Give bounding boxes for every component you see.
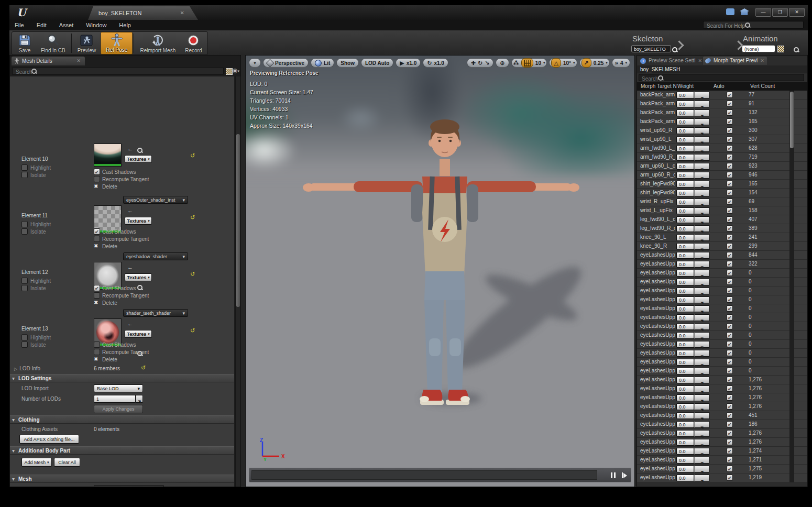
add-apex-clothing-button[interactable]: Add APEX clothing file... <box>19 435 79 444</box>
morph-target-row[interactable]: eyeLashesUpper0.00 <box>637 286 807 295</box>
scrollbar-thumb[interactable] <box>236 134 240 307</box>
scale-snap-toggle[interactable]: ↗ <box>581 58 591 68</box>
use-selected-icon[interactable] <box>127 146 133 152</box>
spinner-handle[interactable] <box>694 350 710 357</box>
turntable-speed-button[interactable]: ↻x1.0 <box>423 58 448 68</box>
morph-weight-input[interactable]: 0.0 <box>676 154 694 161</box>
morph-weight-input[interactable]: 0.0 <box>676 368 694 374</box>
spinner-handle[interactable] <box>694 199 710 205</box>
morph-target-row[interactable]: backPack_armF0.0132 <box>637 108 807 117</box>
auto-checkbox[interactable] <box>727 296 733 303</box>
textures-button[interactable]: Textures▾ <box>125 330 152 338</box>
morph-target-row[interactable]: eyeLashesUpper0.0844 <box>637 251 807 260</box>
isolate-checkbox[interactable] <box>21 341 28 348</box>
spinner-handle[interactable] <box>694 243 710 250</box>
auto-checkbox[interactable] <box>727 288 733 294</box>
morph-list-scrollbar[interactable] <box>789 91 794 482</box>
num-lods-input[interactable]: 1 <box>94 395 136 403</box>
use-selected-icon[interactable] <box>168 485 174 487</box>
morph-weight-input[interactable]: 0.0 <box>676 288 694 294</box>
reset-icon[interactable] <box>190 215 195 220</box>
tab-close-icon[interactable]: ✕ <box>698 58 703 63</box>
document-tab[interactable]: boy_SKELETON ✕ <box>88 6 198 20</box>
morph-weight-input[interactable]: 0.0 <box>676 270 694 277</box>
spinner-handle[interactable] <box>694 448 710 455</box>
auto-checkbox[interactable] <box>727 252 733 258</box>
angle-snap-value[interactable]: 10° <box>563 60 571 66</box>
spinner-handle[interactable] <box>694 341 710 348</box>
column-auto[interactable]: Auto <box>714 82 725 91</box>
auto-checkbox[interactable] <box>727 154 733 160</box>
recompute-checkbox[interactable] <box>94 292 100 299</box>
spinner-handle[interactable] <box>694 377 710 383</box>
auto-checkbox[interactable] <box>727 163 733 169</box>
morph-weight-input[interactable]: 0.0 <box>676 190 694 196</box>
morph-target-row[interactable]: knee_90_L0.0241 <box>637 233 807 242</box>
auto-checkbox[interactable] <box>727 430 733 436</box>
recompute-checkbox[interactable] <box>94 236 100 242</box>
category-additional-body-part[interactable]: Additional Body Part <box>10 446 234 455</box>
morph-target-row[interactable]: eyeLashesUpper0.0322 <box>637 260 807 269</box>
morph-target-row[interactable]: eyeLashesUpper0.00 <box>637 304 807 313</box>
rotate-tool-icon[interactable]: ↻ <box>478 60 482 66</box>
animation-grid-icon[interactable] <box>777 46 784 52</box>
material-thumbnail[interactable] <box>94 144 122 167</box>
morph-target-row[interactable]: eyeLashesUpper0.01,276 <box>637 393 807 402</box>
grid-snap-value[interactable]: 10 <box>535 60 541 66</box>
morph-weight-input[interactable]: 0.0 <box>676 243 694 250</box>
morph-weight-input[interactable]: 0.0 <box>676 475 694 481</box>
auto-checkbox[interactable] <box>727 109 733 116</box>
auto-checkbox[interactable] <box>727 403 733 410</box>
auto-checkbox[interactable] <box>727 172 733 178</box>
cast_shadows-checkbox[interactable] <box>94 285 100 291</box>
highlight-checkbox[interactable] <box>21 164 28 171</box>
morph-target-row[interactable]: eyeLashesUpper0.01,276 <box>637 429 807 438</box>
record-button[interactable]: Record <box>180 32 206 54</box>
morph-weight-input[interactable]: 0.0 <box>676 314 694 321</box>
auto-checkbox[interactable] <box>727 475 733 481</box>
menu-file[interactable]: File <box>15 22 24 28</box>
details-grid-icon[interactable] <box>226 68 233 75</box>
morph-weight-input[interactable]: 0.0 <box>676 118 694 125</box>
animation-asset-box[interactable]: (None) <box>742 45 775 52</box>
tab-close-icon[interactable]: ✕ <box>760 58 764 63</box>
auto-checkbox[interactable] <box>727 199 733 205</box>
reset-icon[interactable] <box>190 328 195 333</box>
material-dropdown[interactable]: shader_teeth_shader <box>123 309 188 317</box>
auto-checkbox[interactable] <box>727 127 733 134</box>
spinner-handle[interactable] <box>694 225 710 232</box>
cast_shadows-checkbox[interactable] <box>94 169 100 175</box>
auto-checkbox[interactable] <box>727 377 733 383</box>
spinner-handle[interactable] <box>694 475 710 481</box>
spinner-handle[interactable] <box>694 101 710 107</box>
close-button[interactable]: ✕ <box>789 8 805 17</box>
auto-checkbox[interactable] <box>727 448 733 454</box>
morph-target-row[interactable]: wrist_R_upFix0.069 <box>637 197 807 206</box>
menu-edit[interactable]: Edit <box>37 22 47 28</box>
skeleton-asset-box[interactable]: boy_SKELETO <box>631 45 671 52</box>
morph-weight-input[interactable]: 0.0 <box>676 332 694 339</box>
spinner-handle[interactable] <box>694 261 710 268</box>
auto-checkbox[interactable] <box>727 439 733 445</box>
isolate-checkbox[interactable] <box>21 228 28 235</box>
column-morph-target-name[interactable]: Morph Target N <box>641 82 677 91</box>
auto-checkbox[interactable] <box>727 457 733 463</box>
save-button[interactable]: Save <box>13 32 36 54</box>
skeleton-dropdown[interactable]: boy_SKELETON <box>94 485 164 487</box>
auto-checkbox[interactable] <box>727 190 733 196</box>
timeline-track[interactable] <box>251 470 597 480</box>
morph-target-row[interactable]: eyeLashesUpper0.01,274 <box>637 447 807 456</box>
morph-weight-input[interactable]: 0.0 <box>676 403 694 410</box>
details-search-input[interactable]: Search <box>12 67 224 75</box>
show-button[interactable]: Show <box>336 58 359 68</box>
morph-target-row[interactable]: knee_90_R0.0299 <box>637 242 807 251</box>
auto-checkbox[interactable] <box>727 394 733 401</box>
clear-all-button[interactable]: Clear All <box>54 458 80 467</box>
play-speed-button[interactable]: ▶x1.0 <box>396 58 421 68</box>
morph-weight-input[interactable]: 0.0 <box>676 341 694 348</box>
spinner-handle[interactable] <box>694 172 710 179</box>
spinner-handle[interactable] <box>694 118 710 125</box>
camera-speed-control[interactable]: » 4▾ <box>612 58 630 68</box>
spinner-handle[interactable] <box>694 190 710 196</box>
scale-tool-icon[interactable]: ↘ <box>485 60 489 66</box>
